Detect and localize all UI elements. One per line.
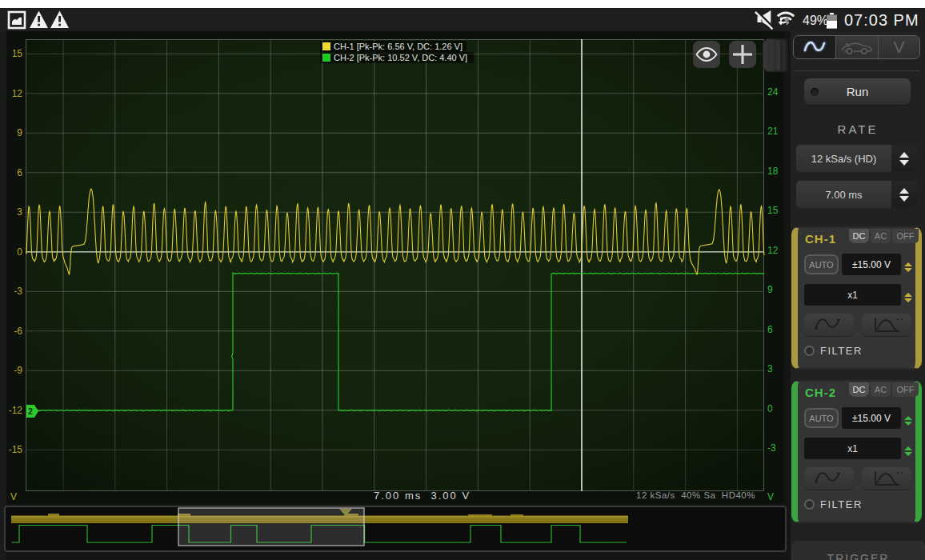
svg-text:21: 21 bbox=[767, 126, 779, 137]
svg-text:V: V bbox=[10, 491, 17, 502]
svg-text:15: 15 bbox=[767, 205, 779, 216]
svg-text:9: 9 bbox=[767, 284, 773, 295]
svg-text:07:03 PM: 07:03 PM bbox=[844, 11, 919, 29]
svg-text:-12: -12 bbox=[9, 405, 23, 416]
svg-text:3: 3 bbox=[17, 206, 22, 218]
svg-text:-3: -3 bbox=[14, 286, 22, 297]
svg-text:7.00 ms 3.00 V: 7.00 ms 3.00 V bbox=[374, 490, 471, 502]
svg-text:-6: -6 bbox=[14, 326, 22, 337]
svg-text:12 kSa/s 40% Sa HD40%: 12 kSa/s 40% Sa HD40% bbox=[636, 490, 755, 500]
svg-text:3: 3 bbox=[767, 363, 773, 374]
svg-text:2: 2 bbox=[28, 407, 33, 416]
svg-text:12: 12 bbox=[767, 245, 779, 256]
svg-text:0: 0 bbox=[17, 246, 22, 258]
svg-text:-3: -3 bbox=[767, 442, 776, 454]
svg-text:-15: -15 bbox=[9, 444, 23, 455]
svg-text:9: 9 bbox=[17, 127, 22, 138]
svg-text:CH-1 [Pk-Pk: 6.56 V, DC: 1.26: CH-1 [Pk-Pk: 6.56 V, DC: 1.26 V] bbox=[334, 42, 462, 51]
svg-text:18: 18 bbox=[767, 166, 779, 177]
svg-text:49%: 49% bbox=[803, 14, 828, 27]
svg-text:6: 6 bbox=[17, 167, 22, 178]
svg-text:12: 12 bbox=[12, 88, 23, 99]
svg-text:V: V bbox=[767, 491, 774, 502]
svg-text:0: 0 bbox=[767, 403, 773, 414]
svg-text:CH-2 [Pk-Pk: 10.52 V, DC: 4.40: CH-2 [Pk-Pk: 10.52 V, DC: 4.40 V] bbox=[334, 53, 467, 62]
svg-text:6: 6 bbox=[767, 324, 773, 335]
svg-text:15: 15 bbox=[12, 48, 23, 59]
svg-text:24: 24 bbox=[767, 86, 779, 98]
svg-text:-9: -9 bbox=[14, 365, 22, 376]
